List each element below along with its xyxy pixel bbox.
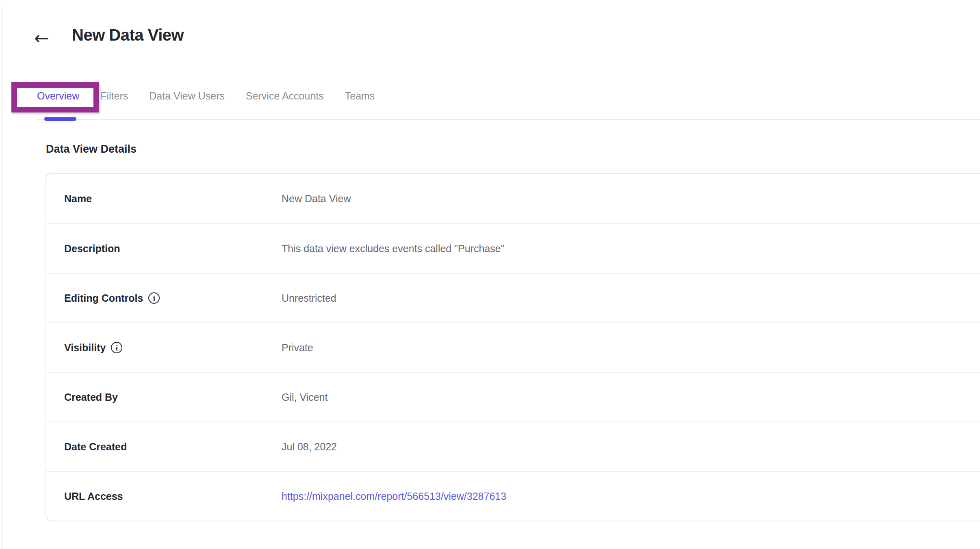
info-icon[interactable]: i bbox=[148, 292, 160, 304]
name-value: New Data View bbox=[282, 193, 351, 205]
description-label: Description bbox=[64, 243, 120, 255]
date-created-label: Date Created bbox=[64, 441, 127, 453]
editing-controls-value: Unrestricted bbox=[282, 292, 336, 304]
section-title: Data View Details bbox=[46, 143, 137, 156]
visibility-label: Visibility bbox=[64, 342, 106, 354]
detail-row-description: Description This data view excludes even… bbox=[46, 223, 980, 273]
name-label: Name bbox=[64, 193, 92, 205]
active-tab-indicator bbox=[44, 117, 76, 121]
sidebar-edge-divider bbox=[2, 6, 2, 549]
tab-filters[interactable]: Filters bbox=[100, 90, 128, 102]
detail-row-url-access: URL Access https://mixpanel.com/report/5… bbox=[46, 471, 980, 521]
details-card: Name New Data View Description This data… bbox=[46, 173, 980, 521]
url-access-label: URL Access bbox=[64, 491, 123, 502]
visibility-value: Private bbox=[282, 342, 313, 354]
tab-service-accounts[interactable]: Service Accounts bbox=[246, 90, 324, 102]
detail-row-visibility: Visibility i Private bbox=[46, 322, 980, 372]
tab-overview[interactable]: Overview bbox=[37, 90, 79, 102]
tab-bar: Overview Filters Data View Users Service… bbox=[37, 90, 375, 102]
tab-teams[interactable]: Teams bbox=[345, 90, 375, 102]
back-button[interactable]: ← bbox=[34, 29, 49, 47]
created-by-label: Created By bbox=[64, 391, 118, 403]
page-title: New Data View bbox=[72, 26, 184, 44]
detail-row-name: Name New Data View bbox=[46, 174, 980, 223]
description-value: This data view excludes events called "P… bbox=[282, 243, 505, 255]
info-icon[interactable]: i bbox=[111, 342, 122, 353]
tab-data-view-users[interactable]: Data View Users bbox=[149, 90, 225, 102]
editing-controls-label: Editing Controls bbox=[64, 292, 143, 304]
tabs-divider bbox=[37, 119, 980, 120]
detail-row-date-created: Date Created Jul 08, 2022 bbox=[46, 421, 980, 471]
detail-row-created-by: Created By Gil, Vicent bbox=[46, 372, 980, 421]
detail-row-editing-controls: Editing Controls i Unrestricted bbox=[46, 273, 980, 322]
url-access-link[interactable]: https://mixpanel.com/report/566513/view/… bbox=[282, 491, 506, 502]
date-created-value: Jul 08, 2022 bbox=[282, 441, 337, 453]
created-by-value: Gil, Vicent bbox=[282, 391, 327, 403]
